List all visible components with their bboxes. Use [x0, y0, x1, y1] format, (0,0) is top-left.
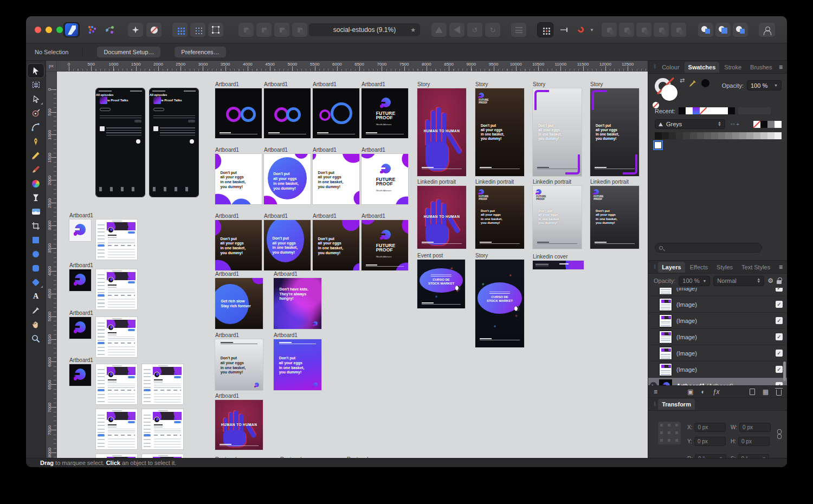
layer-name[interactable]: (Image) — [676, 301, 771, 308]
picked-colour-well[interactable] — [701, 79, 709, 87]
artboard-label[interactable]: Artboard1 — [215, 81, 239, 87]
preferences-button[interactable]: Preferences… — [175, 47, 225, 57]
artboard-body[interactable]: Future Proof TalksAll episodes — [96, 88, 145, 197]
boolean-divide-button[interactable] — [671, 23, 686, 37]
artboard-body[interactable] — [96, 317, 137, 357]
swatch-options-icons[interactable]: ▫▫＋ — [731, 121, 740, 128]
artboard-eggs-bluecircle[interactable]: Artboard1Don't put all your eggs in one … — [264, 154, 311, 204]
artboard-twitter[interactable] — [142, 454, 183, 458]
document-title[interactable]: social-estudos (9.1%) ★ — [309, 23, 420, 36]
artboard-body[interactable]: Don't put all your eggs in one basket, y… — [264, 220, 311, 270]
artboard-fp-dark[interactable]: Artboard1FUTURE PROOFWealth Advisors — [362, 220, 408, 270]
blend-mode-select[interactable]: Normal▲▼ — [713, 276, 764, 286]
artboard-body[interactable]: FUTURE PROOFDon't put all your eggs in o… — [475, 186, 524, 249]
mask-layer-icon[interactable]: ▣ — [687, 388, 693, 396]
artboard-body[interactable] — [264, 88, 311, 138]
artboard-label[interactable]: Artboard1 — [264, 81, 288, 87]
swatch[interactable] — [700, 107, 707, 114]
artboard-logo[interactable]: Artboard1 — [69, 317, 91, 339]
colour-picker-icon[interactable] — [688, 79, 697, 88]
artboard-body[interactable]: Don't put all your eggs in one basket, y… — [215, 339, 263, 390]
designer-persona-button[interactable] — [64, 23, 79, 37]
tab-styles[interactable]: Styles — [713, 262, 737, 273]
transparency-tool[interactable] — [28, 191, 44, 204]
swatch[interactable] — [760, 121, 767, 128]
swatch[interactable] — [753, 132, 760, 139]
artboard-label[interactable]: Story — [475, 253, 488, 259]
layer-name[interactable]: (Image) — [676, 350, 771, 357]
artboard-twitter[interactable] — [96, 219, 137, 260]
artboard-event[interactable]: Event postCURSO DE STOCK MARKET — [417, 260, 465, 308]
artboard-body[interactable] — [69, 364, 91, 386]
layer-name[interactable]: Artboard1 (Artboard) — [676, 383, 771, 386]
rounded-rectangle-tool[interactable] — [28, 261, 44, 275]
tab-layers[interactable]: Layers — [658, 262, 685, 273]
artboard-body[interactable]: FUTURE PROOFWealth Advisors — [362, 154, 408, 204]
snapping-options-button[interactable]: ▼ — [588, 23, 596, 37]
minimize-window-button[interactable] — [46, 27, 52, 33]
artboard-label[interactable]: Artboard1 — [69, 212, 93, 218]
swatch[interactable] — [669, 132, 676, 139]
selected-swatch[interactable] — [655, 142, 661, 148]
artboard-twitter[interactable] — [96, 454, 137, 458]
artboard-eggs-white[interactable]: Artboard1Don't put all your eggs in one … — [215, 154, 262, 204]
layer-thumbnail[interactable] — [659, 288, 672, 295]
layer-thumbnail[interactable] — [659, 314, 672, 327]
swatch[interactable] — [707, 107, 714, 114]
artboard-label[interactable]: Artboard1 — [313, 213, 337, 219]
layer-thumbnail[interactable] — [659, 331, 672, 344]
artboard-eggs-dark[interactable]: Artboard1Don't put all your eggs in one … — [215, 220, 262, 270]
artboard-eggs-light[interactable]: Artboard1Don't put all your eggs in one … — [215, 339, 263, 390]
swatch[interactable] — [775, 121, 782, 128]
h-input[interactable]: 0 px — [738, 437, 770, 446]
artboard-label[interactable]: Artboard1 — [215, 147, 239, 153]
insert-on-top-button[interactable] — [733, 23, 748, 37]
move-forward-button[interactable] — [274, 23, 289, 37]
artboard-body[interactable]: Get rich slow Stay rich forever — [215, 278, 263, 329]
move-by-whole-pixels-button[interactable] — [556, 23, 571, 37]
artboard-body[interactable]: Don't have kids. They're always hungry! — [274, 278, 321, 329]
tab-colour[interactable]: Colour — [658, 62, 683, 73]
vector-brush-tool[interactable] — [28, 163, 44, 176]
snap-grid-button[interactable] — [172, 23, 188, 37]
artboard-body[interactable] — [69, 317, 91, 339]
link-dimensions-icon[interactable] — [777, 429, 780, 438]
artboard-label[interactable]: Linkedin portrait — [417, 179, 456, 185]
visibility-checkbox[interactable]: ✓ — [776, 288, 783, 292]
artboard-body[interactable]: FUTURE PROOFWealth Advisors — [362, 88, 408, 138]
artboard-fp-black[interactable]: Artboard1FUTURE PROOFWealth Advisors — [362, 88, 408, 138]
view-tool[interactable] — [28, 318, 44, 331]
swatch[interactable] — [753, 121, 760, 128]
artboard-label[interactable]: Artboard1 — [264, 213, 288, 219]
insert-inside-button[interactable] — [715, 23, 731, 37]
move-tool[interactable] — [28, 64, 44, 77]
swatch[interactable] — [697, 132, 704, 139]
share-button[interactable] — [102, 23, 117, 37]
document-setup-button[interactable]: Document Setup… — [97, 47, 160, 57]
artboard-label[interactable]: Story — [417, 81, 430, 87]
flip-vertical-button[interactable] — [431, 23, 447, 37]
artboard-twitter[interactable] — [142, 364, 183, 404]
artboard-label[interactable]: Linkedin portrait — [533, 179, 571, 185]
swatch[interactable] — [760, 132, 767, 139]
artboard-label[interactable]: Story — [533, 81, 545, 87]
export-persona-button[interactable] — [128, 23, 143, 37]
layer-name[interactable]: (Image) — [676, 318, 771, 324]
colour-picker-tool[interactable] — [28, 303, 44, 317]
panel-grip[interactable]: ‖ — [654, 264, 656, 270]
artboard-body[interactable] — [96, 364, 137, 404]
visibility-checkbox[interactable]: ✓ — [776, 382, 783, 385]
artboard-label[interactable]: Artboard1 — [215, 271, 239, 277]
panel-grip[interactable]: ‖ — [654, 401, 656, 407]
artboard-label[interactable]: Event post — [417, 253, 443, 259]
artboard-black-circles[interactable]: Artboard1 — [215, 88, 262, 138]
artboard-black-infinity-big[interactable]: Artboard1 — [313, 88, 359, 138]
artboard-body[interactable] — [142, 364, 183, 404]
artboard-logo[interactable]: Artboard1 — [69, 269, 91, 291]
swatch[interactable] — [746, 132, 753, 139]
move-backward-button[interactable] — [256, 23, 272, 37]
artboard-fp-white[interactable]: Artboard1FUTURE PROOFWealth Advisors — [362, 154, 408, 204]
swatch-search-input[interactable] — [655, 243, 762, 253]
artboard-lp-hand[interactable]: Linkedin portraitHUMAN TO HUMAN — [417, 186, 466, 249]
artboard-body[interactable] — [313, 88, 359, 138]
